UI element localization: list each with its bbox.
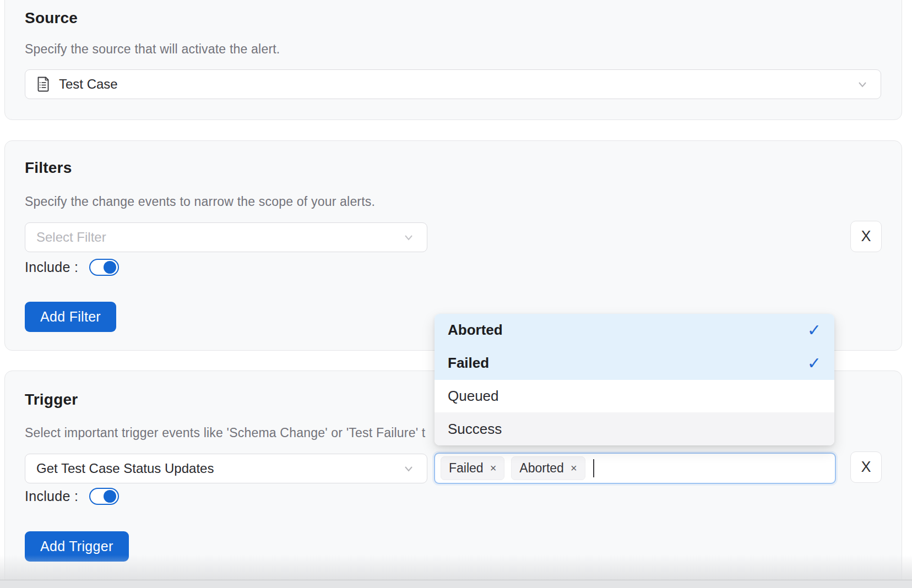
chevron-down-icon <box>401 230 416 244</box>
text-caret <box>593 459 594 477</box>
dropdown-option-success[interactable]: Success <box>435 412 834 445</box>
trigger-section-description: Select important trigger events like 'Sc… <box>25 426 425 440</box>
dropdown-option-queued[interactable]: Queued <box>435 380 834 413</box>
trigger-section-title: Trigger <box>25 391 78 409</box>
dropdown-option-aborted[interactable]: Aborted ✓ <box>435 314 834 347</box>
include-label: Include : <box>25 259 78 275</box>
include-toggle[interactable] <box>89 488 119 505</box>
status-dropdown-menu: Aborted ✓ Failed ✓ Queued Success <box>435 314 834 445</box>
check-icon: ✓ <box>807 322 821 339</box>
status-tag: Failed × <box>441 456 504 480</box>
source-select[interactable]: Test Case <box>25 69 881 99</box>
filter-select[interactable]: Select Filter <box>25 222 427 252</box>
alert-configuration-page: Source Specify the source that will acti… <box>0 0 912 588</box>
tag-remove-icon[interactable]: × <box>571 462 577 475</box>
filters-section-title: Filters <box>25 159 72 177</box>
filters-section-description: Specify the change events to narrow the … <box>25 194 375 209</box>
tag-remove-icon[interactable]: × <box>490 462 497 475</box>
trigger-include-row: Include : <box>25 488 119 505</box>
trigger-select[interactable]: Get Test Case Status Updates <box>25 454 427 483</box>
status-tags-input[interactable]: Failed × Aborted × <box>434 453 836 484</box>
add-filter-button[interactable]: Add Filter <box>25 302 116 332</box>
chevron-down-icon <box>401 461 416 476</box>
trigger-select-value: Get Test Case Status Updates <box>36 461 214 476</box>
include-toggle[interactable] <box>89 259 119 276</box>
source-section-title: Source <box>25 9 78 27</box>
remove-filter-button[interactable]: X <box>850 221 882 252</box>
dropdown-option-failed[interactable]: Failed ✓ <box>435 347 834 380</box>
file-text-icon <box>36 76 50 92</box>
toggle-knob <box>104 490 116 503</box>
source-select-value: Test Case <box>59 77 118 92</box>
include-label: Include : <box>25 488 78 504</box>
chevron-down-icon <box>855 77 870 91</box>
status-tag-label: Aborted <box>519 461 564 476</box>
remove-trigger-button[interactable]: X <box>850 451 882 483</box>
toggle-knob <box>104 261 116 274</box>
status-tag-label: Failed <box>449 461 484 476</box>
filter-include-row: Include : <box>25 259 119 276</box>
page-bottom-strip <box>0 580 912 588</box>
filter-select-placeholder: Select Filter <box>36 230 106 245</box>
source-section-card: Source Specify the source that will acti… <box>4 0 902 120</box>
check-icon: ✓ <box>807 355 821 372</box>
status-tag: Aborted × <box>511 456 585 480</box>
add-trigger-button[interactable]: Add Trigger <box>25 531 129 562</box>
source-section-description: Specify the source that will activate th… <box>25 42 280 57</box>
